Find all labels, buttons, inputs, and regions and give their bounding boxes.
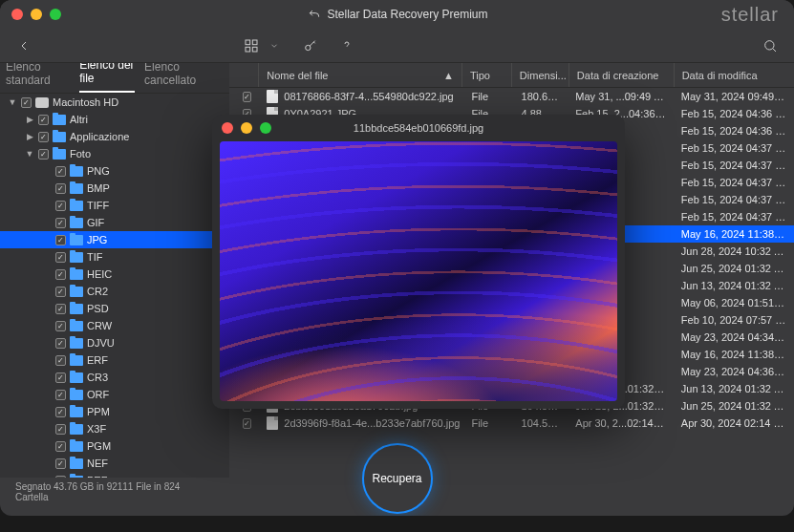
file-created: May 31, ...09:49 AM xyxy=(568,91,673,102)
checkbox[interactable] xyxy=(38,149,49,160)
col-modified[interactable]: Data di modifica xyxy=(675,63,794,87)
zoom-icon[interactable] xyxy=(50,9,61,20)
file-row[interactable]: 2d3996f9-f8a1-4e...b233e7abf760.jpgFile1… xyxy=(229,415,794,432)
tree-item-nef[interactable]: NEF xyxy=(0,455,229,472)
checkbox[interactable] xyxy=(55,252,66,263)
file-modified: Apr 30, 2024 02:14 PM xyxy=(674,417,794,429)
column-headers: Nome del file▲ Tipo Dimensi... Data di c… xyxy=(229,63,794,88)
checkbox[interactable] xyxy=(55,390,66,400)
tree-label: Applicazione xyxy=(70,131,129,142)
checkbox[interactable] xyxy=(21,97,32,108)
file-modified: Feb 15, 2024 04:37 PM xyxy=(674,211,794,223)
checkbox[interactable] xyxy=(55,183,66,194)
search-icon[interactable] xyxy=(762,37,779,54)
tab-files[interactable]: Elenco dei file xyxy=(79,63,135,93)
tree-item-djvu[interactable]: DJVU xyxy=(0,334,229,351)
disclosure-icon[interactable]: ▶ xyxy=(25,115,34,124)
checkbox[interactable] xyxy=(38,115,49,125)
file-name: 2d3996f9-f8a1-4e...b233e7abf760.jpg xyxy=(284,417,460,429)
tree-item-ppm[interactable]: PPM xyxy=(0,403,229,420)
tree-item-tiff[interactable]: TIFF xyxy=(0,197,229,214)
checkbox[interactable] xyxy=(55,166,66,177)
key-icon[interactable] xyxy=(302,37,319,54)
col-created[interactable]: Data di creazione xyxy=(569,63,675,87)
checkbox[interactable] xyxy=(55,424,66,435)
tree-item-cr2[interactable]: CR2 xyxy=(0,283,229,300)
checkbox[interactable] xyxy=(243,92,251,102)
col-size[interactable]: Dimensi... xyxy=(512,63,569,87)
hdd-icon xyxy=(35,97,49,108)
chevron-down-icon[interactable] xyxy=(266,37,283,54)
folder-icon xyxy=(70,201,83,211)
checkbox[interactable] xyxy=(243,418,251,429)
checkbox[interactable] xyxy=(55,407,66,417)
file-type: File xyxy=(463,417,513,429)
col-name[interactable]: Nome del file▲ xyxy=(259,63,462,87)
help-icon[interactable] xyxy=(338,37,355,54)
tree-item-pgm[interactable]: PGM xyxy=(0,437,229,455)
preview-close-icon[interactable] xyxy=(222,122,233,134)
disclosure-icon[interactable]: ▶ xyxy=(25,132,34,141)
preview-title: 11bbdce584eb010669fd.jpg xyxy=(354,122,483,134)
tree-item-orf[interactable]: ORF xyxy=(0,386,229,403)
preview-zoom-icon[interactable] xyxy=(260,122,271,134)
file-modified: May 16, 2024 11:38 AM xyxy=(674,228,794,240)
brand-logo: stellar xyxy=(721,4,779,26)
tree-label: ERF xyxy=(87,354,108,366)
checkbox[interactable] xyxy=(55,201,66,211)
checkbox[interactable] xyxy=(55,321,66,331)
checkbox[interactable] xyxy=(55,235,66,245)
folder-icon xyxy=(70,269,83,280)
tree-item-jpg[interactable]: JPG xyxy=(0,231,229,248)
checkbox[interactable] xyxy=(55,372,66,383)
file-modified: Jun 25, 2024 01:32 AM xyxy=(674,400,794,412)
preview-minimize-icon[interactable] xyxy=(241,122,252,134)
svg-point-5 xyxy=(765,40,774,49)
recover-button[interactable]: Recupera xyxy=(362,443,433,514)
checkbox[interactable] xyxy=(55,304,66,314)
checkbox[interactable] xyxy=(55,355,66,366)
minimize-icon[interactable] xyxy=(31,9,42,20)
back-button[interactable] xyxy=(15,37,32,54)
tab-standard[interactable]: Elenco standard xyxy=(6,63,70,93)
tree-item-heic[interactable]: HEIC xyxy=(0,266,229,283)
tree-item-bmp[interactable]: BMP xyxy=(0,180,229,197)
tree-item-applicazione[interactable]: ▶Applicazione xyxy=(0,128,229,145)
disclosure-icon[interactable]: ▼ xyxy=(8,97,17,107)
tab-deleted[interactable]: Elenco cancellato xyxy=(144,63,214,93)
checkbox[interactable] xyxy=(55,269,66,280)
window-title: Stellar Data Recovery Premium xyxy=(306,7,487,22)
folder-icon xyxy=(70,476,83,479)
file-modified: Jun 25, 2024 01:32 AM xyxy=(674,263,794,274)
checkbox[interactable] xyxy=(55,441,66,452)
file-row[interactable]: 08176866-83f7-4...554980dc922.jpgFile180… xyxy=(229,88,794,105)
grid-view-icon[interactable] xyxy=(243,37,260,54)
checkbox[interactable] xyxy=(55,218,66,228)
folder-icon xyxy=(53,132,66,142)
file-icon xyxy=(267,90,278,103)
tree-item-foto[interactable]: ▼Foto xyxy=(0,145,229,162)
tree-item-erf[interactable]: ERF xyxy=(0,351,229,369)
folder-icon xyxy=(70,252,83,263)
tree-item-x3f[interactable]: X3F xyxy=(0,420,229,437)
tree-item-cr3[interactable]: CR3 xyxy=(0,369,229,386)
checkbox[interactable] xyxy=(55,458,66,469)
col-type[interactable]: Tipo xyxy=(462,63,512,87)
tree-item-psd[interactable]: PSD xyxy=(0,300,229,317)
file-modified: Feb 15, 2024 04:36 PM xyxy=(674,108,794,119)
checkbox[interactable] xyxy=(55,287,66,297)
tree-item-crw[interactable]: CRW xyxy=(0,317,229,334)
close-icon[interactable] xyxy=(11,9,23,20)
tree-item-png[interactable]: PNG xyxy=(0,162,229,180)
tree-item-tif[interactable]: TIF xyxy=(0,248,229,266)
folder-icon xyxy=(70,458,83,469)
tree-item-macintosh-hd[interactable]: ▼Macintosh HD xyxy=(0,94,229,111)
tree-item-altri[interactable]: ▶Altri xyxy=(0,111,229,128)
preview-image xyxy=(220,141,617,401)
disclosure-icon[interactable]: ▼ xyxy=(25,149,34,159)
tree-label: Macintosh HD xyxy=(53,96,118,108)
tree-item-gif[interactable]: GIF xyxy=(0,214,229,231)
checkbox[interactable] xyxy=(55,338,66,349)
file-size: 180.6...B xyxy=(514,91,569,102)
checkbox[interactable] xyxy=(38,132,49,142)
